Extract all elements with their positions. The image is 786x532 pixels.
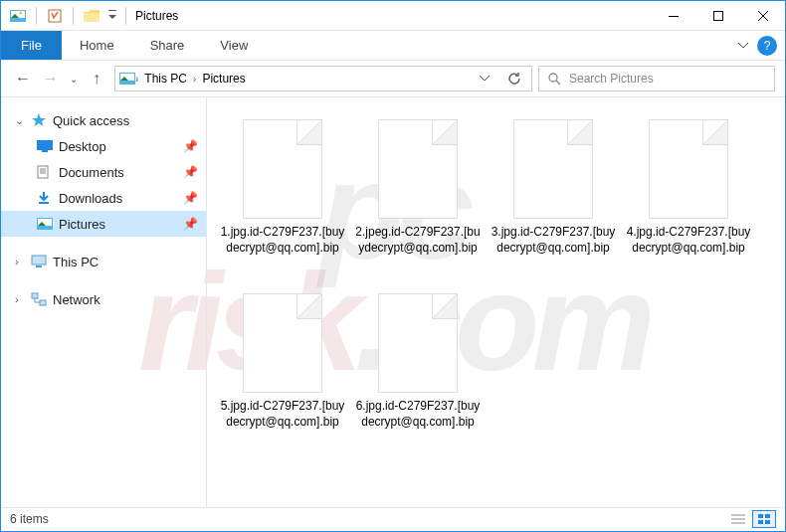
svg-rect-30 <box>758 514 763 518</box>
file-item[interactable]: 2.jpeg.id-C279F237.[buydecrypt@qq.com].b… <box>350 111 486 285</box>
search-input[interactable]: Search Pictures <box>538 66 775 91</box>
address-folder-icon <box>119 73 135 85</box>
sidebar-item-documents[interactable]: Documents 📌 <box>1 159 206 185</box>
sidebar-item-pictures[interactable]: Pictures 📌 <box>1 211 206 237</box>
svg-rect-26 <box>40 300 46 305</box>
breadcrumb-current[interactable]: Pictures <box>196 72 251 86</box>
recent-dropdown-icon[interactable]: ⌄ <box>67 67 81 90</box>
sidebar-network[interactable]: › Network <box>1 286 206 312</box>
pin-icon: 📌 <box>183 139 198 153</box>
status-item-count: 6 items <box>10 512 49 526</box>
sidebar-item-label: This PC <box>53 255 206 269</box>
expander-icon[interactable]: › <box>15 256 27 267</box>
svg-rect-14 <box>42 150 48 152</box>
sidebar-this-pc[interactable]: › This PC <box>1 249 206 274</box>
sidebar-item-label: Quick access <box>53 113 206 128</box>
file-name: 6.jpg.id-C279F237.[buydecrypt@qq.com].bi… <box>354 399 482 430</box>
sidebar-item-label: Documents <box>59 165 179 180</box>
file-icon <box>649 119 728 219</box>
file-list[interactable]: 1.jpg.id-C279F237.[buydecrypt@qq.com].bi… <box>207 97 785 509</box>
window-title: Pictures <box>135 9 178 23</box>
file-name: 3.jpg.id-C279F237.[buydecrypt@qq.com].bi… <box>490 225 617 256</box>
file-item[interactable]: 4.jpg.id-C279F237.[buydecrypt@qq.com].bi… <box>621 111 756 285</box>
svg-rect-32 <box>758 520 763 524</box>
svg-rect-31 <box>765 514 770 518</box>
downloads-icon <box>37 191 55 205</box>
breadcrumb-root[interactable]: This PC <box>138 72 193 86</box>
star-icon <box>31 112 49 128</box>
svg-rect-33 <box>765 520 770 524</box>
file-item[interactable]: 3.jpg.id-C279F237.[buydecrypt@qq.com].bi… <box>486 111 621 285</box>
expander-icon[interactable]: › <box>15 293 27 305</box>
expander-icon[interactable]: ⌄ <box>15 114 27 127</box>
titlebar: Pictures <box>1 1 785 31</box>
svg-rect-7 <box>713 11 722 20</box>
ribbon-tab-share[interactable]: Share <box>132 31 203 60</box>
help-button[interactable]: ? <box>757 36 777 56</box>
sidebar: ⌄ Quick access Desktop 📌 Documents 📌 Dow… <box>1 97 207 509</box>
address-bar[interactable]: › This PC › Pictures <box>114 66 532 91</box>
file-tab[interactable]: File <box>1 31 62 60</box>
view-icons-button[interactable] <box>752 510 776 528</box>
qat-folder-icon[interactable] <box>81 5 102 27</box>
file-icon <box>243 293 322 393</box>
file-icon <box>378 293 458 393</box>
back-button[interactable]: ← <box>11 67 35 90</box>
app-icon <box>7 5 29 27</box>
ribbon-tab-view[interactable]: View <box>202 31 266 60</box>
qat-dropdown-icon[interactable] <box>106 5 118 27</box>
pin-icon: 📌 <box>183 191 198 205</box>
sidebar-item-label: Downloads <box>59 191 179 206</box>
documents-icon <box>37 165 55 179</box>
sidebar-item-label: Desktop <box>59 139 179 154</box>
file-item[interactable]: 1.jpg.id-C279F237.[buydecrypt@qq.com].bi… <box>215 111 350 285</box>
ribbon-tab-home[interactable]: Home <box>62 31 132 60</box>
sidebar-quick-access[interactable]: ⌄ Quick access <box>1 107 206 133</box>
desktop-icon <box>37 140 55 152</box>
pc-icon <box>31 255 49 268</box>
status-bar: 6 items <box>2 507 784 530</box>
svg-rect-23 <box>32 256 46 265</box>
maximize-button[interactable] <box>695 1 740 30</box>
sidebar-item-label: Network <box>53 292 206 307</box>
svg-rect-13 <box>37 140 53 150</box>
address-dropdown-icon[interactable] <box>472 67 497 90</box>
svg-line-12 <box>556 81 560 85</box>
network-icon <box>31 292 49 306</box>
search-placeholder: Search Pictures <box>569 72 654 86</box>
refresh-button[interactable] <box>501 67 527 90</box>
sidebar-item-desktop[interactable]: Desktop 📌 <box>1 133 206 159</box>
file-icon <box>378 119 458 219</box>
file-item[interactable]: 5.jpg.id-C279F237.[buydecrypt@qq.com].bi… <box>215 285 350 459</box>
up-button[interactable]: ↑ <box>85 67 108 90</box>
file-icon <box>243 119 322 219</box>
close-button[interactable] <box>740 1 785 30</box>
svg-point-11 <box>549 74 557 82</box>
file-item[interactable]: 6.jpg.id-C279F237.[buydecrypt@qq.com].bi… <box>350 285 486 459</box>
sidebar-item-downloads[interactable]: Downloads 📌 <box>1 185 206 211</box>
file-name: 4.jpg.id-C279F237.[buydecrypt@qq.com].bi… <box>625 225 752 256</box>
file-name: 2.jpeg.id-C279F237.[buydecrypt@qq.com].b… <box>354 225 482 256</box>
ribbon: File Home Share View ? <box>1 31 785 61</box>
svg-rect-24 <box>36 266 42 267</box>
file-icon <box>513 119 593 219</box>
svg-rect-5 <box>108 10 116 11</box>
svg-rect-15 <box>38 166 48 178</box>
view-details-button[interactable] <box>726 510 750 528</box>
ribbon-collapse-icon[interactable] <box>735 38 751 54</box>
search-icon <box>547 72 561 86</box>
svg-point-3 <box>20 11 23 14</box>
pin-icon: 📌 <box>183 165 198 179</box>
file-name: 1.jpg.id-C279F237.[buydecrypt@qq.com].bi… <box>219 225 346 256</box>
svg-rect-6 <box>669 16 679 17</box>
sidebar-item-label: Pictures <box>59 217 179 232</box>
file-name: 5.jpg.id-C279F237.[buydecrypt@qq.com].bi… <box>219 399 346 430</box>
minimize-button[interactable] <box>651 1 695 30</box>
pictures-icon <box>37 218 55 230</box>
svg-rect-25 <box>32 293 38 298</box>
forward-button[interactable]: → <box>39 67 63 90</box>
pin-icon: 📌 <box>183 217 198 231</box>
qat-properties-icon[interactable] <box>44 5 66 27</box>
nav-row: ← → ⌄ ↑ › This PC › Pictures Search Pict… <box>1 61 785 97</box>
